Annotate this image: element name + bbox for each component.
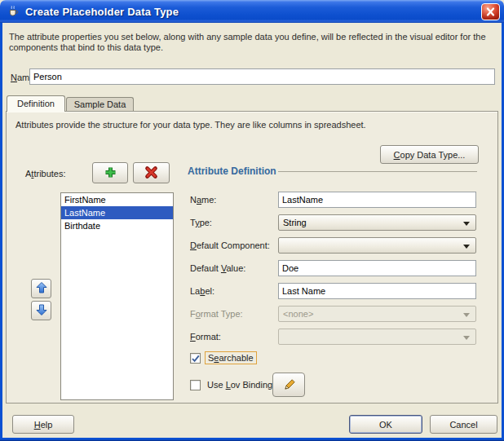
format-type-label: Format Type: [190,309,243,319]
attributes-list[interactable]: FirstName LastName Birthdate [60,192,174,400]
default-value-input[interactable] [278,260,476,276]
searchable-checkbox[interactable] [190,353,201,364]
definition-tab-panel: Attributes provide the structure for you… [6,111,498,404]
default-component-label: Default Component: [190,240,270,250]
type-select[interactable]: String [278,214,476,231]
cancel-button[interactable]: Cancel [430,415,497,434]
arrow-up-icon [35,281,48,296]
list-item[interactable]: Birthdate [61,219,173,232]
format-type-select-value: <none> [283,309,313,319]
pencil-icon [281,377,297,393]
attributes-label: Attributes: [25,169,66,179]
label-label: Label: [190,286,214,296]
delete-attribute-button[interactable] [133,162,170,183]
list-item-selected[interactable]: LastName [61,206,173,219]
window-title: Create Placeholder Data Type [25,6,179,18]
panel-description: Attributes provide the structure for you… [15,120,366,130]
create-placeholder-data-type-dialog: Create Placeholder Data Type The attribu… [0,0,504,441]
dialog-description: The attribute properties you set below, … [9,32,495,53]
titlebar[interactable]: Create Placeholder Data Type [0,0,504,23]
default-value-label: Default Value: [190,263,245,273]
help-button[interactable]: Help [12,415,74,434]
edit-lov-binding-button[interactable] [272,373,305,397]
searchable-label[interactable]: Searchable [205,351,257,364]
attribute-definition-heading: Attribute Definition [188,165,276,177]
copy-data-type-button[interactable]: Copy Data Type... [380,145,479,164]
data-type-name-input[interactable] [29,68,495,85]
move-up-button[interactable] [31,279,51,298]
chevron-down-icon [463,222,470,226]
use-lov-binding-checkbox[interactable] [190,380,201,390]
section-divider [278,171,477,172]
attr-name-label: Name: [190,195,216,205]
label-input[interactable] [278,283,476,299]
type-select-value: String [283,218,307,227]
format-select [278,329,476,345]
plus-icon [104,165,117,181]
tab-definition[interactable]: Definition [7,95,65,112]
move-down-button[interactable] [31,301,51,320]
list-item[interactable]: FirstName [61,193,173,206]
tab-sample-data[interactable]: Sample Data [66,97,134,112]
chevron-down-icon [463,313,470,317]
format-type-select: <none> [278,306,476,322]
default-component-select[interactable] [278,237,476,254]
type-label: Type: [190,218,212,227]
checkmark-icon [191,353,200,364]
java-cup-icon [7,5,20,18]
window-border-bottom [0,438,504,441]
add-attribute-button[interactable] [92,162,128,183]
arrow-down-icon [35,303,48,318]
close-icon [482,4,499,20]
format-label: Format: [190,332,221,342]
close-button[interactable] [481,3,500,20]
cross-icon [144,165,158,181]
chevron-down-icon [463,245,470,249]
use-lov-binding-label[interactable]: Use Lov Binding [205,379,275,390]
chevron-down-icon [463,336,470,340]
attr-name-input[interactable] [278,192,476,208]
window-border-left [0,21,2,441]
ok-button[interactable]: OK [349,415,422,434]
